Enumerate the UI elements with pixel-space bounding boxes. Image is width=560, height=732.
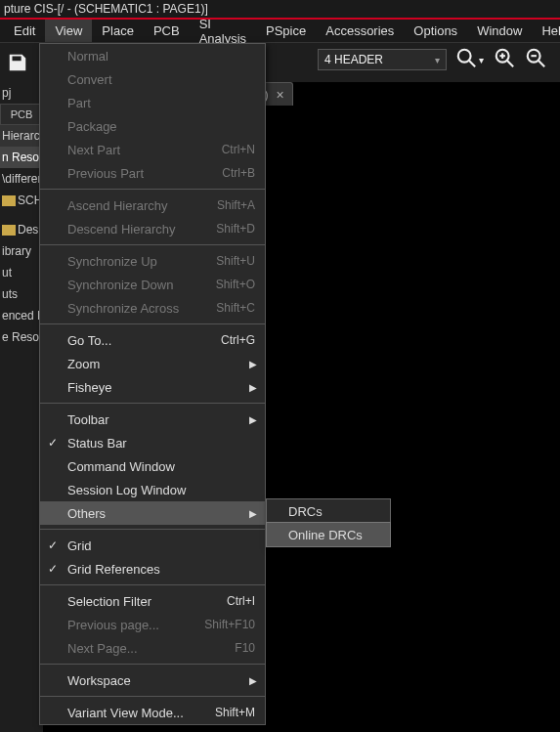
menu-separator	[40, 696, 265, 697]
tab-hierarchy[interactable]: Hierarc	[0, 125, 43, 147]
menuitem-sync-up[interactable]: Synchronize UpShift+U	[40, 249, 265, 273]
menu-separator	[40, 244, 265, 245]
menu-pspice[interactable]: PSpice	[256, 20, 316, 42]
part-select-value: 4 HEADER	[324, 53, 383, 66]
menuitem-grid-references[interactable]: ✓Grid References	[40, 557, 265, 581]
folder-icon	[2, 225, 16, 236]
submenu-arrow-icon: ▶	[249, 675, 257, 686]
tree-item[interactable]: pj	[0, 82, 43, 104]
search-icon[interactable]	[455, 47, 477, 73]
checkmark-icon: ✓	[48, 562, 58, 576]
tree-item[interactable]: n Resou	[0, 147, 43, 168]
caret-down-icon: ▾	[435, 55, 440, 65]
menu-accessories[interactable]: Accessories	[316, 20, 404, 42]
menu-separator	[40, 189, 265, 190]
others-submenu: DRCs Online DRCs	[266, 498, 391, 547]
menuitem-variant-view[interactable]: Variant View Mode...Shift+M	[40, 701, 265, 724]
menuitem-grid[interactable]: ✓Grid	[40, 534, 265, 557]
menuitem-next-page[interactable]: Next Page...F10	[40, 636, 265, 660]
menu-separator	[40, 584, 265, 585]
menuitem-ascend-hierarchy[interactable]: Ascend HierarchyShift+A	[40, 194, 265, 217]
menu-view[interactable]: View	[45, 20, 92, 42]
menuitem-fisheye[interactable]: Fisheye▶	[40, 375, 265, 399]
menuitem-zoom[interactable]: Zoom▶	[40, 352, 265, 375]
menuitem-normal[interactable]: Normal	[40, 44, 265, 67]
menuitem-online-drcs[interactable]: Online DRCs	[266, 522, 391, 547]
tree-item[interactable]: enced P	[0, 305, 43, 326]
menuitem-part[interactable]: Part	[40, 91, 265, 114]
menuitem-next-part[interactable]: Next PartCtrl+N	[40, 138, 265, 161]
tree-item[interactable]: ibrary	[0, 240, 43, 262]
menu-separator	[40, 403, 265, 404]
menuitem-toolbar[interactable]: Toolbar▶	[40, 408, 265, 431]
tree-item[interactable]: ut	[0, 262, 43, 283]
submenu-arrow-icon: ▶	[249, 508, 257, 519]
svg-line-1	[469, 61, 475, 66]
menuitem-command-window[interactable]: Command Window	[40, 454, 265, 478]
svg-point-0	[458, 50, 471, 63]
save-icon[interactable]	[4, 49, 31, 76]
svg-line-3	[507, 61, 513, 66]
menuitem-sync-down[interactable]: Synchronize DownShift+O	[40, 273, 265, 296]
menu-place[interactable]: Place	[92, 20, 144, 42]
menuitem-workspace[interactable]: Workspace▶	[40, 668, 265, 692]
submenu-arrow-icon: ▶	[249, 414, 257, 425]
zoom-in-icon[interactable]	[494, 47, 515, 73]
menuitem-previous-part[interactable]: Previous PartCtrl+B	[40, 161, 265, 185]
svg-line-7	[538, 61, 544, 66]
checkmark-icon: ✓	[48, 436, 58, 450]
menu-pcb[interactable]: PCB	[144, 20, 190, 42]
menubar: Edit View Place PCB SI Analysis PSpice A…	[0, 18, 560, 43]
tree-item[interactable]: uts	[0, 283, 43, 305]
menuitem-descend-hierarchy[interactable]: Descend HierarchyShift+D	[40, 217, 265, 240]
project-tree-panel: pj PCB Hierarc n Resou \differen SCH Des…	[0, 82, 43, 732]
tree-item[interactable]: SCH	[0, 190, 43, 211]
menuitem-package[interactable]: Package	[40, 114, 265, 138]
panel-header-pcb[interactable]: PCB	[0, 104, 43, 125]
checkmark-icon: ✓	[48, 538, 58, 552]
part-select-combo[interactable]: 4 HEADER ▾	[318, 49, 447, 70]
menuitem-drcs[interactable]: DRCs	[267, 499, 390, 523]
menuitem-prev-page[interactable]: Previous page...Shift+F10	[40, 613, 265, 636]
window-titlebar: pture CIS-[/ - (SCHEMATIC1 : PAGE1)]	[0, 0, 560, 18]
zoom-out-icon[interactable]	[525, 47, 546, 73]
menu-options[interactable]: Options	[404, 20, 467, 42]
menuitem-selection-filter[interactable]: Selection FilterCtrl+I	[40, 589, 265, 613]
menuitem-others[interactable]: Others▶	[40, 501, 265, 525]
menuitem-convert[interactable]: Convert	[40, 67, 265, 91]
close-icon[interactable]: ×	[277, 87, 284, 103]
tree-item[interactable]: Desi	[0, 219, 43, 240]
menu-edit[interactable]: Edit	[4, 20, 45, 42]
menuitem-sync-across[interactable]: Synchronize AcrossShift+C	[40, 296, 265, 320]
view-dropdown-menu: Normal Convert Part Package Next PartCtr…	[39, 43, 266, 725]
folder-icon	[2, 195, 16, 206]
submenu-arrow-icon: ▶	[249, 359, 257, 369]
tree-item[interactable]: \differen	[0, 168, 43, 190]
caret-down-icon[interactable]: ▾	[479, 55, 484, 65]
menuitem-goto[interactable]: Go To...Ctrl+G	[40, 328, 265, 352]
zoom-controls: ▾	[455, 47, 546, 73]
menu-help[interactable]: Help	[532, 20, 560, 42]
tree-item[interactable]: e Resou	[0, 326, 43, 348]
menu-window[interactable]: Window	[467, 20, 532, 42]
menuitem-status-bar[interactable]: ✓Status Bar	[40, 431, 265, 454]
submenu-arrow-icon: ▶	[249, 382, 257, 393]
menu-separator	[40, 529, 265, 530]
menu-separator	[40, 664, 265, 665]
menu-separator	[40, 323, 265, 324]
menuitem-session-log[interactable]: Session Log Window	[40, 478, 265, 501]
